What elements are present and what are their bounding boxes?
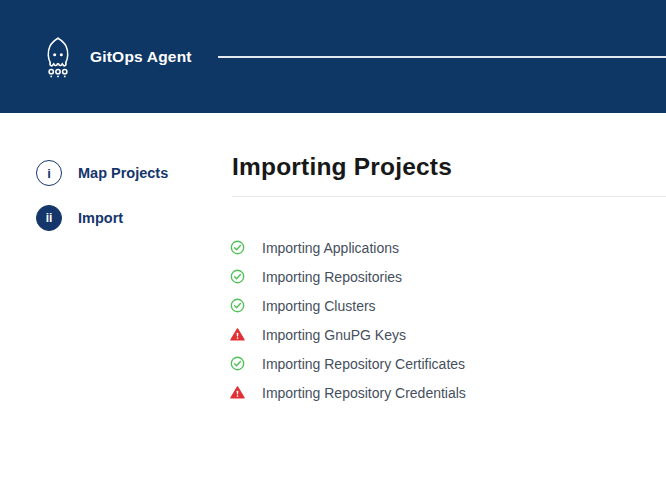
title-divider xyxy=(232,196,666,197)
step-number-badge: i xyxy=(36,160,62,186)
check-circle-icon xyxy=(230,240,245,255)
step-label: Import xyxy=(78,210,123,226)
status-label: Importing Clusters xyxy=(262,298,376,314)
wizard-step[interactable]: i Map Projects xyxy=(36,160,232,186)
content-area: i Map Projects ii Import Importing Proje… xyxy=(0,113,666,407)
import-status-list: Importing Applications Importing Reposit… xyxy=(232,233,666,407)
page-title: Importing Projects xyxy=(232,152,666,182)
main-panel: Importing Projects Importing Application… xyxy=(232,152,666,407)
wizard-steps: i Map Projects ii Import xyxy=(0,160,232,407)
import-status-row: Importing Repository Credentials xyxy=(232,378,666,407)
status-label: Importing Applications xyxy=(262,240,399,256)
step-label: Map Projects xyxy=(78,165,168,181)
import-status-row: Importing Repository Certificates xyxy=(232,349,666,378)
argo-octopus-logo-icon xyxy=(40,35,76,79)
check-circle-icon xyxy=(230,269,245,284)
check-circle-icon xyxy=(230,298,245,313)
import-status-row: Importing Clusters xyxy=(232,291,666,320)
status-label: Importing Repository Credentials xyxy=(262,385,466,401)
status-label: Importing Repository Certificates xyxy=(262,356,465,372)
status-label: Importing Repositories xyxy=(262,269,402,285)
import-status-row: Importing Repositories xyxy=(232,262,666,291)
wizard-step[interactable]: ii Import xyxy=(36,205,232,231)
warning-triangle-icon xyxy=(230,327,245,342)
header-rule xyxy=(218,56,666,58)
check-circle-icon xyxy=(230,356,245,371)
app-title: GitOps Agent xyxy=(90,48,192,66)
step-number-badge: ii xyxy=(36,205,62,231)
import-status-row: Importing GnuPG Keys xyxy=(232,320,666,349)
warning-triangle-icon xyxy=(230,385,245,400)
app-header: GitOps Agent xyxy=(0,0,666,113)
import-status-row: Importing Applications xyxy=(232,233,666,262)
status-label: Importing GnuPG Keys xyxy=(262,327,406,343)
